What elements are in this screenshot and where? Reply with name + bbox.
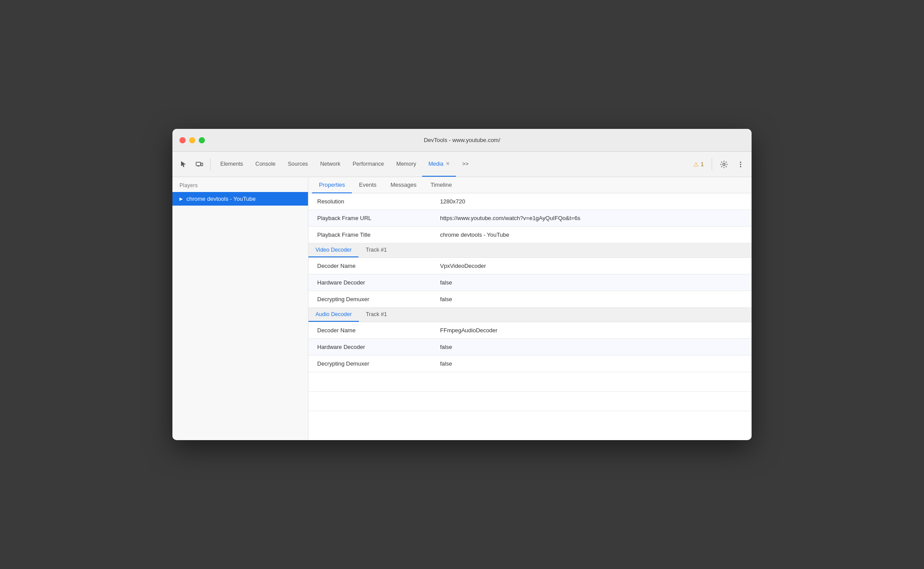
table-row: Playback Frame URL https://www.youtube.c… <box>308 210 752 227</box>
prop-value: false <box>431 339 752 356</box>
video-decoder-section-header: Video Decoder Track #1 <box>308 243 752 258</box>
tab-media-close[interactable]: ✕ <box>446 161 450 167</box>
tab-elements[interactable]: Elements <box>214 152 249 177</box>
more-options-icon <box>737 160 745 168</box>
prop-key: Resolution <box>308 193 431 210</box>
prop-key: Decoder Name <box>308 258 431 274</box>
video-decoder-tab[interactable]: Video Decoder <box>308 243 358 257</box>
table-row: Playback Frame Title chrome devtools - Y… <box>308 227 752 243</box>
tab-network[interactable]: Network <box>314 152 347 177</box>
title-bar: DevTools - www.youtube.com/ <box>172 129 752 152</box>
warning-count: 1 <box>701 161 704 167</box>
table-row <box>308 372 752 391</box>
detail-tab-properties[interactable]: Properties <box>312 177 352 193</box>
prop-value: false <box>431 291 752 308</box>
nav-tabs: Elements Console Sources Network Perform… <box>214 152 689 177</box>
expand-arrow-icon: ▶ <box>179 196 183 201</box>
tab-console[interactable]: Console <box>249 152 282 177</box>
toolbar-right: ⚠ 1 <box>690 158 748 171</box>
prop-value: false <box>431 274 752 291</box>
warning-icon: ⚠ <box>693 161 699 168</box>
maximize-button[interactable] <box>199 137 205 143</box>
tab-media[interactable]: Media ✕ <box>422 152 456 177</box>
tab-performance[interactable]: Performance <box>347 152 390 177</box>
toolbar-divider <box>210 158 211 171</box>
table-row: Hardware Decoder false <box>308 339 752 356</box>
detail-tab-events[interactable]: Events <box>352 177 383 193</box>
toolbar-divider-2 <box>712 158 712 171</box>
table-row <box>308 391 752 411</box>
audio-track1-tab[interactable]: Track #1 <box>359 308 394 322</box>
sidebar-header: Players <box>172 177 308 192</box>
detail-tab-timeline[interactable]: Timeline <box>423 177 459 193</box>
table-row: Decoder Name FFmpegAudioDecoder <box>308 322 752 339</box>
tab-sources[interactable]: Sources <box>282 152 314 177</box>
table-row: Resolution 1280x720 <box>308 193 752 210</box>
properties-table: Resolution 1280x720 Playback Frame URL h… <box>308 193 752 243</box>
prop-key: Decoder Name <box>308 322 431 339</box>
svg-point-5 <box>740 164 741 165</box>
cursor-icon <box>179 160 187 168</box>
video-decoder-table: Decoder Name VpxVideoDecoder Hardware De… <box>308 258 752 308</box>
more-options-button[interactable] <box>733 158 748 171</box>
prop-key: Hardware Decoder <box>308 274 431 291</box>
table-row: Decrypting Demuxer false <box>308 291 752 308</box>
traffic-lights <box>179 137 205 143</box>
close-button[interactable] <box>179 137 186 143</box>
table-row: Hardware Decoder false <box>308 274 752 291</box>
device-toggle-button[interactable] <box>192 158 207 171</box>
prop-key: Decrypting Demuxer <box>308 356 431 372</box>
tab-more[interactable]: >> <box>456 152 475 177</box>
main-toolbar: Elements Console Sources Network Perform… <box>172 152 752 177</box>
svg-rect-0 <box>196 162 201 166</box>
prop-value: FFmpegAudioDecoder <box>431 322 752 339</box>
prop-value: https://www.youtube.com/watch?v=e1gAyQuI… <box>431 210 752 227</box>
table-row: Decrypting Demuxer false <box>308 356 752 372</box>
detail-tabs: Properties Events Messages Timeline <box>308 177 752 193</box>
window-title: DevTools - www.youtube.com/ <box>424 137 500 143</box>
player-item[interactable]: ▶ chrome devtools - YouTube <box>172 192 308 206</box>
prop-key: Playback Frame URL <box>308 210 431 227</box>
prop-key: Decrypting Demuxer <box>308 291 431 308</box>
main-content: Players ▶ chrome devtools - YouTube Prop… <box>172 177 752 440</box>
prop-value: 1280x720 <box>431 193 752 210</box>
prop-key: Hardware Decoder <box>308 339 431 356</box>
settings-button[interactable] <box>716 158 731 171</box>
detail-panel: Properties Events Messages Timeline Reso… <box>308 177 752 440</box>
player-label: chrome devtools - YouTube <box>186 196 256 202</box>
svg-rect-1 <box>201 163 203 166</box>
empty-table <box>308 372 752 411</box>
prop-key: Playback Frame Title <box>308 227 431 243</box>
warning-badge[interactable]: ⚠ 1 <box>690 159 707 170</box>
svg-point-3 <box>723 163 725 165</box>
device-icon <box>195 160 203 168</box>
audio-decoder-tab[interactable]: Audio Decoder <box>308 308 359 322</box>
audio-decoder-section-header: Audio Decoder Track #1 <box>308 308 752 322</box>
prop-value: chrome devtools - YouTube <box>431 227 752 243</box>
tab-memory[interactable]: Memory <box>390 152 422 177</box>
settings-icon <box>720 160 728 168</box>
svg-point-6 <box>740 166 741 167</box>
detail-tab-messages[interactable]: Messages <box>383 177 423 193</box>
video-track1-tab[interactable]: Track #1 <box>358 243 394 257</box>
table-row: Decoder Name VpxVideoDecoder <box>308 258 752 274</box>
inspect-element-button[interactable] <box>176 158 191 171</box>
svg-point-4 <box>740 161 741 163</box>
prop-value: false <box>431 356 752 372</box>
minimize-button[interactable] <box>189 137 195 143</box>
prop-value: VpxVideoDecoder <box>431 258 752 274</box>
sidebar: Players ▶ chrome devtools - YouTube <box>172 177 308 440</box>
audio-decoder-table: Decoder Name FFmpegAudioDecoder Hardware… <box>308 322 752 372</box>
devtools-window: DevTools - www.youtube.com/ Elements Con… <box>172 129 752 440</box>
